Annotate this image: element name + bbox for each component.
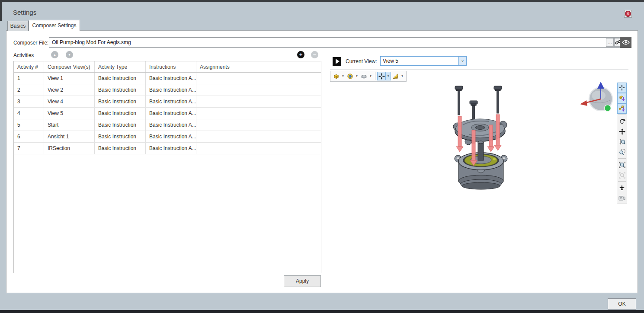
table-row[interactable]: 1 View 1 Basic Instruction Basic Instruc… <box>14 73 321 84</box>
cell-activity-number: 3 <box>14 96 44 107</box>
current-view-label: Current View: <box>346 58 377 64</box>
3d-viewport[interactable] <box>439 78 525 192</box>
zoom-button[interactable] <box>617 137 627 147</box>
column-header[interactable]: Composer View(s) <box>44 61 95 72</box>
cell-activity-number: 4 <box>14 108 44 119</box>
window-frame-corner <box>0 0 2 21</box>
ok-button[interactable]: OK <box>608 298 636 310</box>
add-activity-button[interactable]: + <box>297 51 304 58</box>
remove-activity-button[interactable]: − <box>311 51 318 58</box>
activities-table: Activity # Composer View(s) Activity Typ… <box>13 61 321 273</box>
close-icon: × <box>625 11 631 17</box>
cell-composer-view: IRSection <box>44 143 95 154</box>
apply-button[interactable]: Apply <box>284 275 321 287</box>
eye-tool-button[interactable] <box>346 72 354 80</box>
zoom-fit-button <box>617 170 627 180</box>
eye-icon <box>622 40 630 45</box>
chevron-down-icon[interactable]: ∨ <box>458 57 466 65</box>
toolbar-separator <box>618 115 626 115</box>
cell-activity-number: 6 <box>14 131 44 142</box>
wedge-tool-button[interactable] <box>391 72 400 80</box>
move-tool-button[interactable] <box>377 72 386 80</box>
column-header[interactable]: Instructions <box>146 61 196 72</box>
fly-through-button[interactable] <box>617 182 627 193</box>
cell-assignments <box>196 96 320 107</box>
table-row[interactable]: 7 IRSection Basic Instruction Basic Inst… <box>14 143 321 154</box>
cell-assignments <box>196 108 320 119</box>
tab-basics[interactable]: Basics <box>7 21 29 31</box>
dropdown-caret-icon[interactable]: ▾ <box>340 72 346 80</box>
browse-button[interactable]: … <box>606 38 614 47</box>
translate-selection-button[interactable] <box>617 93 627 103</box>
play-icon <box>336 59 340 64</box>
current-view-value: View 5 <box>381 58 458 64</box>
toolbar-separator <box>618 181 626 182</box>
column-header[interactable]: Activity # <box>14 61 44 72</box>
table-row[interactable]: 3 View 4 Basic Instruction Basic Instruc… <box>14 96 321 108</box>
window-frame-top <box>0 0 644 2</box>
column-header[interactable]: Activity Type <box>95 61 146 72</box>
cell-instructions: Basic Instruction A... <box>146 108 196 119</box>
table-row[interactable]: 4 View 5 Basic Instruction Basic Instruc… <box>14 108 321 119</box>
cell-activity-type: Basic Instruction <box>95 96 146 107</box>
zoom-area-icon <box>619 149 625 156</box>
cell-instructions: Basic Instruction A... <box>146 119 196 131</box>
column-header[interactable]: Assignments <box>196 61 320 72</box>
toolbar-separator <box>375 72 375 80</box>
activities-label: Activities <box>13 52 34 58</box>
cell-composer-view: View 1 <box>44 73 95 84</box>
dropdown-caret-icon[interactable]: ▾ <box>354 72 359 80</box>
window-frame-bottom <box>0 310 644 313</box>
move-down-button[interactable]: ▼ <box>66 51 73 58</box>
preview-button[interactable] <box>620 37 631 48</box>
cell-assignments <box>196 131 320 142</box>
minus-icon: − <box>313 52 317 57</box>
page-title: Settings <box>13 9 36 16</box>
pan-button[interactable] <box>617 126 627 137</box>
visibility-eye-icon <box>347 73 353 80</box>
zoom-selection-button[interactable] <box>617 160 627 170</box>
play-button[interactable] <box>333 57 341 66</box>
cell-activity-type: Basic Instruction <box>95 84 146 96</box>
composer-file-input[interactable] <box>49 37 623 48</box>
cell-assignments <box>196 84 320 96</box>
cell-composer-view: Ansicht 1 <box>44 131 95 142</box>
cube-icon <box>333 73 340 80</box>
viewer-toolbar: ▾ ▾ ▾ <box>330 71 407 82</box>
zoom-fit-icon <box>619 172 625 179</box>
camera-icon <box>618 195 625 201</box>
move-up-button[interactable]: ▲ <box>51 51 58 58</box>
transform-path-button[interactable] <box>617 103 627 114</box>
table-row[interactable]: 2 View 2 Basic Instruction Basic Instruc… <box>14 84 321 96</box>
navigation-toolbar <box>617 82 627 204</box>
cell-instructions: Basic Instruction A... <box>146 84 196 96</box>
cell-activity-number: 1 <box>14 73 44 84</box>
bolt <box>494 86 502 113</box>
select-crosshair-button[interactable] <box>617 83 627 93</box>
cell-composer-view: Start <box>44 119 95 131</box>
crosshair-icon <box>619 85 625 91</box>
dropdown-caret-icon[interactable]: ▾ <box>400 72 405 80</box>
settings-dialog: Settings × Basics Composer Settings Comp… <box>0 0 644 313</box>
table-row[interactable]: 5 Start Basic Instruction Basic Instruct… <box>14 119 321 131</box>
camera-button[interactable] <box>617 193 627 203</box>
airplane-icon <box>618 184 625 191</box>
table-header-row: Activity # Composer View(s) Activity Typ… <box>14 61 321 73</box>
cell-assignments <box>196 143 320 154</box>
layers-tool-button[interactable] <box>359 72 368 80</box>
table-row[interactable]: 6 Ansicht 1 Basic Instruction Basic Inst… <box>14 131 321 143</box>
dropdown-caret-icon[interactable]: ▾ <box>368 72 373 80</box>
orbit-icon <box>619 118 625 125</box>
tab-composer-settings[interactable]: Composer Settings <box>29 20 80 31</box>
cube-tool-button[interactable] <box>332 72 340 80</box>
composer-file-label: Composer File: <box>13 40 48 46</box>
down-arrow-icon: ▼ <box>68 53 71 56</box>
pan-icon <box>619 128 625 135</box>
close-button[interactable]: × <box>624 10 632 18</box>
current-view-select[interactable]: View 5 ∨ <box>380 56 467 66</box>
zoom-area-button[interactable] <box>617 147 627 157</box>
dropdown-caret-icon[interactable]: ▾ <box>386 72 391 80</box>
cell-composer-view: View 2 <box>44 84 95 96</box>
orbit-button[interactable] <box>617 116 627 126</box>
path-arrow-icon <box>619 105 625 112</box>
